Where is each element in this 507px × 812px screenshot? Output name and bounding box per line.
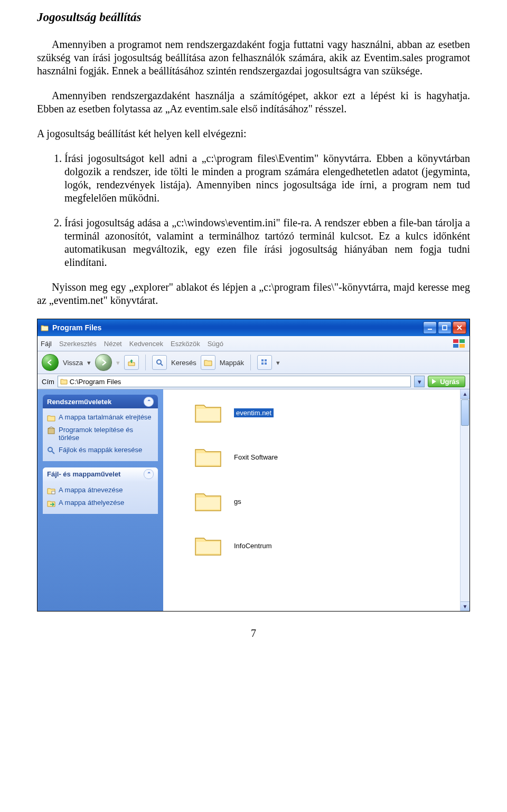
svg-rect-8 xyxy=(261,359,264,361)
go-button[interactable]: Ugrás xyxy=(428,376,465,387)
scroll-down-button[interactable]: ▼ xyxy=(461,601,470,611)
folder-foxit[interactable]: Foxit Software xyxy=(194,445,470,469)
svg-rect-2 xyxy=(453,339,458,343)
folder-gs[interactable]: gs xyxy=(194,490,470,513)
menu-tools[interactable]: Eszközök xyxy=(171,340,200,348)
go-label: Ugrás xyxy=(440,378,459,386)
folder-name: gs xyxy=(234,498,241,505)
menu-favorites[interactable]: Kedvencek xyxy=(129,340,163,348)
panel-header[interactable]: Rendszerműveletek ⌃ xyxy=(43,395,158,408)
search-button[interactable] xyxy=(152,355,167,370)
address-label: Cím xyxy=(42,378,54,386)
paragraph: A jogosultság beállítást két helyen kell… xyxy=(37,127,470,140)
task-label: A mappa átnevezése xyxy=(59,486,123,494)
dropdown-icon[interactable]: ▾ xyxy=(276,359,280,367)
svg-line-14 xyxy=(52,451,54,454)
svg-rect-11 xyxy=(265,362,267,365)
folder-name: eventim.net xyxy=(234,408,274,417)
folder-icon xyxy=(194,534,222,557)
paragraph: Amennyiben rendszergazdaként használja a… xyxy=(37,89,470,116)
svg-rect-9 xyxy=(265,359,267,361)
window-title: Program Files xyxy=(52,323,422,332)
toolbar-separator xyxy=(145,355,146,370)
dropdown-icon[interactable]: ▾ xyxy=(87,359,91,367)
list-item: Írási jogosultság adása a „c:\windows\ev… xyxy=(64,216,470,269)
folder-eventim-net[interactable]: eventim.net xyxy=(194,401,470,424)
address-bar: Cím C:\Program Files ▾ Ugrás xyxy=(37,374,470,389)
paragraph: Nyisson meg egy „explorer" ablakot és lé… xyxy=(37,281,470,307)
svg-line-7 xyxy=(161,364,163,366)
search-icon xyxy=(47,446,55,455)
back-button[interactable] xyxy=(42,354,59,371)
folders-label: Mappák xyxy=(220,359,244,367)
paragraph: Amennyiben a programot nem rendszergazda… xyxy=(37,38,470,78)
move-icon xyxy=(47,499,55,508)
task-hide-contents[interactable]: A mappa tartalmának elrejtése xyxy=(47,412,154,424)
task-label: Programok telepítése és törlése xyxy=(59,426,154,442)
menubar: Fájl Szerkesztés Nézet Kedvencek Eszközö… xyxy=(37,336,470,351)
panel-header[interactable]: Fájl- és mappaművelet ⌃ xyxy=(43,467,158,481)
folder-content[interactable]: eventim.net Foxit Software gs InfoCentru… xyxy=(163,389,470,611)
task-label: A mappa áthelyezése xyxy=(59,499,124,507)
tasks-sidebar: Rendszerműveletek ⌃ A mappa tartalmának … xyxy=(37,389,163,611)
package-icon xyxy=(47,426,55,435)
task-label: A mappa tartalmának elrejtése xyxy=(59,414,152,422)
panel-title: Fájl- és mappaművelet xyxy=(47,470,120,478)
svg-point-13 xyxy=(48,447,52,452)
dropdown-icon[interactable]: ▾ xyxy=(116,359,120,367)
task-label: Fájlok és mappák keresése xyxy=(59,446,142,454)
vertical-scrollbar[interactable]: ▲ ▼ xyxy=(460,389,470,611)
windows-flag-icon xyxy=(452,339,466,348)
svg-point-6 xyxy=(157,360,161,364)
menu-view[interactable]: Nézet xyxy=(104,340,122,348)
task-search[interactable]: Fájlok és mappák keresése xyxy=(47,444,154,457)
explorer-window: Program Files Fájl Szerkesztés Nézet Ked… xyxy=(37,319,470,612)
page-number: 7 xyxy=(37,627,470,639)
svg-rect-0 xyxy=(428,329,432,330)
menu-edit[interactable]: Szerkesztés xyxy=(59,340,97,348)
forward-button[interactable] xyxy=(95,354,112,371)
titlebar[interactable]: Program Files xyxy=(37,319,470,336)
address-input[interactable]: C:\Program Files xyxy=(58,376,411,387)
svg-rect-3 xyxy=(459,339,465,343)
collapse-icon[interactable]: ⌃ xyxy=(144,469,154,479)
folder-icon xyxy=(194,401,222,424)
folder-icon xyxy=(47,414,55,422)
menu-help[interactable]: Súgó xyxy=(208,340,223,348)
svg-rect-5 xyxy=(459,344,465,348)
collapse-icon[interactable]: ⌃ xyxy=(144,397,154,407)
menu-file[interactable]: Fájl xyxy=(41,340,52,348)
maximize-button[interactable] xyxy=(438,321,452,334)
folder-icon xyxy=(194,490,222,513)
svg-rect-1 xyxy=(443,326,447,330)
page-title: Jogosultság beállítás xyxy=(37,11,470,24)
scroll-thumb[interactable] xyxy=(461,399,469,426)
folders-button[interactable] xyxy=(201,355,215,370)
up-button[interactable] xyxy=(124,355,139,370)
address-path: C:\Program Files xyxy=(70,378,121,386)
svg-rect-10 xyxy=(261,362,264,365)
toolbar-separator xyxy=(250,355,251,370)
scroll-up-button[interactable]: ▲ xyxy=(461,389,470,399)
views-button[interactable] xyxy=(257,355,272,370)
folder-open-icon xyxy=(41,323,49,332)
folder-name: Foxit Software xyxy=(234,453,278,461)
task-addremove-programs[interactable]: Programok telepítése és törlése xyxy=(47,424,154,444)
toolbar: Vissza ▾ ▾ Keresés Mappák ▾ xyxy=(37,351,470,374)
panel-system-tasks: Rendszerműveletek ⌃ A mappa tartalmának … xyxy=(43,395,158,461)
back-label: Vissza xyxy=(63,359,83,367)
task-move[interactable]: A mappa áthelyezése xyxy=(47,497,154,510)
task-rename[interactable]: A mappa átnevezése xyxy=(47,484,154,497)
close-button[interactable] xyxy=(453,321,466,334)
folder-name: InfoCentrum xyxy=(234,542,272,550)
minimize-button[interactable] xyxy=(423,321,437,334)
folder-infocentrum[interactable]: InfoCentrum xyxy=(194,534,470,557)
list-item: Írási jogosultságot kell adni a „c:\prog… xyxy=(64,152,470,205)
address-dropdown-button[interactable]: ▾ xyxy=(414,376,425,387)
search-label: Keresés xyxy=(171,359,196,367)
svg-rect-12 xyxy=(48,428,54,434)
folder-icon xyxy=(60,378,68,385)
rename-icon xyxy=(47,486,55,495)
panel-file-folder-tasks: Fájl- és mappaművelet ⌃ A mappa átnevezé… xyxy=(43,467,158,514)
folder-icon xyxy=(194,445,222,469)
